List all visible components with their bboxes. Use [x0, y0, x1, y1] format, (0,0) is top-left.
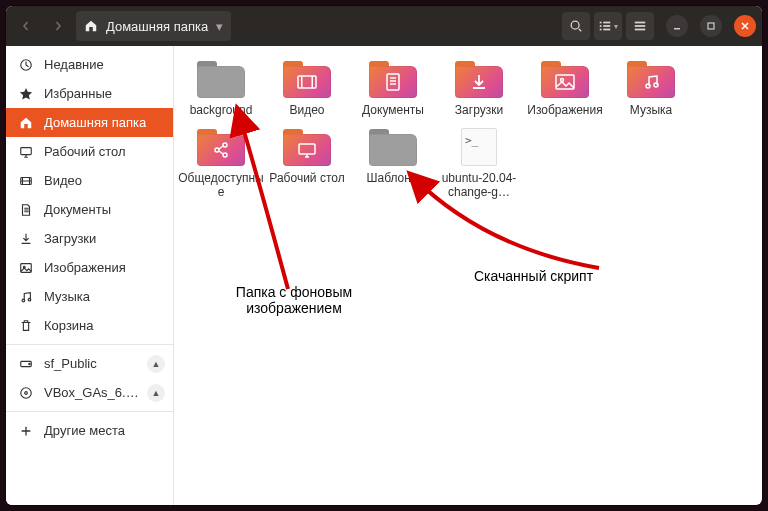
- svg-rect-8: [635, 25, 646, 27]
- file-manager-window: Домашняя папка ▾ ▾ НедавниеИзбранныеДома…: [6, 6, 762, 505]
- svg-rect-2: [603, 22, 610, 24]
- sidebar-item-label: Избранные: [44, 86, 112, 101]
- svg-point-17: [22, 299, 25, 302]
- svg-rect-5: [600, 29, 602, 31]
- hamburger-menu-button[interactable]: [626, 12, 654, 40]
- nav-back-button[interactable]: [12, 12, 40, 40]
- svg-point-33: [223, 153, 227, 157]
- sidebar-item-document[interactable]: Документы: [6, 195, 173, 224]
- eject-icon[interactable]: ▲: [147, 355, 165, 373]
- svg-rect-15: [21, 263, 32, 272]
- folder-icon: [281, 126, 333, 168]
- svg-rect-11: [708, 23, 714, 29]
- sidebar: НедавниеИзбранныеДомашняя папкаРабочий с…: [6, 46, 174, 505]
- svg-rect-13: [21, 147, 32, 154]
- sidebar-item-music[interactable]: Музыка: [6, 282, 173, 311]
- svg-point-0: [571, 21, 579, 29]
- folder-icon: [195, 58, 247, 100]
- sidebar-item-download[interactable]: Загрузки: [6, 224, 173, 253]
- file-item[interactable]: Загрузки: [436, 54, 522, 122]
- svg-rect-24: [301, 76, 303, 88]
- folder-icon: [367, 126, 419, 168]
- folder-icon: [539, 58, 591, 100]
- sidebar-item-label: sf_Public: [44, 356, 97, 371]
- annotation-right: Скачанный скрипт: [474, 268, 593, 284]
- file-item[interactable]: Видео: [264, 54, 350, 122]
- file-item[interactable]: background: [178, 54, 264, 122]
- sidebar-item-image[interactable]: Изображения: [6, 253, 173, 282]
- file-label: Рабочий стол: [269, 172, 344, 186]
- svg-rect-9: [635, 29, 646, 31]
- sidebar-item-label: Музыка: [44, 289, 90, 304]
- svg-rect-26: [387, 74, 399, 90]
- file-label: background: [190, 104, 253, 118]
- sidebar-item-star[interactable]: Избранные: [6, 79, 173, 108]
- sidebar-item-desktop[interactable]: Рабочий стол: [6, 137, 173, 166]
- document-icon: [18, 203, 34, 217]
- sidebar-item-label: VBox_GAs_6.…: [44, 385, 139, 400]
- window-close-button[interactable]: [734, 15, 756, 37]
- file-item[interactable]: >_ubuntu-20.04-change-g…: [436, 122, 522, 204]
- sidebar-item-trash[interactable]: Корзина: [6, 311, 173, 340]
- sidebar-item-label: Корзина: [44, 318, 94, 333]
- trash-icon: [18, 319, 34, 333]
- home-icon: [18, 116, 34, 130]
- file-label: Загрузки: [455, 104, 503, 118]
- svg-rect-6: [603, 29, 610, 31]
- svg-rect-7: [635, 22, 646, 24]
- sidebar-item-label: Видео: [44, 173, 82, 188]
- desktop-icon: [18, 145, 34, 159]
- download-icon: [18, 232, 34, 246]
- sidebar-item-plus[interactable]: Другие места: [6, 416, 173, 445]
- file-item[interactable]: Рабочий стол: [264, 122, 350, 204]
- sidebar-item-video[interactable]: Видео: [6, 166, 173, 195]
- path-bar[interactable]: Домашняя папка ▾: [76, 11, 231, 41]
- svg-rect-4: [603, 25, 610, 27]
- svg-point-31: [215, 148, 219, 152]
- file-label: Музыка: [630, 104, 672, 118]
- folder-icon: [281, 58, 333, 100]
- nav-forward-button[interactable]: [44, 12, 72, 40]
- folder-icon: [453, 58, 505, 100]
- content-area[interactable]: backgroundВидеоДокументыЗагрузкиИзображе…: [174, 46, 762, 505]
- plus-icon: [18, 424, 34, 438]
- svg-rect-23: [298, 76, 316, 88]
- sidebar-item-disc[interactable]: VBox_GAs_6.…▲: [6, 378, 173, 407]
- window-minimize-button[interactable]: [666, 15, 688, 37]
- sidebar-item-drive[interactable]: sf_Public▲: [6, 349, 173, 378]
- path-label: Домашняя папка: [106, 19, 208, 34]
- svg-point-30: [654, 83, 658, 87]
- disc-icon: [18, 386, 34, 400]
- file-label: Документы: [362, 104, 424, 118]
- annotation-left: Папка с фоновым изображением: [219, 284, 369, 316]
- drive-icon: [18, 357, 34, 371]
- file-item[interactable]: Музыка: [608, 54, 694, 122]
- svg-rect-3: [600, 25, 602, 27]
- eject-icon[interactable]: ▲: [147, 384, 165, 402]
- star-icon: [18, 87, 34, 101]
- sidebar-item-label: Загрузки: [44, 231, 96, 246]
- sidebar-item-label: Другие места: [44, 423, 125, 438]
- sidebar-item-label: Документы: [44, 202, 111, 217]
- file-label: ubuntu-20.04-change-g…: [436, 172, 522, 200]
- sidebar-item-label: Домашняя папка: [44, 115, 146, 130]
- folder-icon: [195, 126, 247, 168]
- file-label: Шаблоны: [366, 172, 419, 186]
- search-button[interactable]: [562, 12, 590, 40]
- file-item[interactable]: Общедоступные: [178, 122, 264, 204]
- window-maximize-button[interactable]: [700, 15, 722, 37]
- sidebar-item-home[interactable]: Домашняя папка: [6, 108, 173, 137]
- sidebar-item-clock[interactable]: Недавние: [6, 50, 173, 79]
- svg-rect-10: [674, 28, 680, 30]
- svg-rect-34: [299, 144, 315, 154]
- file-item[interactable]: Шаблоны: [350, 122, 436, 204]
- svg-point-18: [28, 298, 31, 301]
- home-icon: [84, 19, 98, 33]
- svg-rect-27: [556, 75, 574, 89]
- video-icon: [18, 174, 34, 188]
- titlebar: Домашняя папка ▾ ▾: [6, 6, 762, 46]
- file-item[interactable]: Изображения: [522, 54, 608, 122]
- svg-point-20: [29, 363, 30, 364]
- file-item[interactable]: Документы: [350, 54, 436, 122]
- view-list-button[interactable]: ▾: [594, 12, 622, 40]
